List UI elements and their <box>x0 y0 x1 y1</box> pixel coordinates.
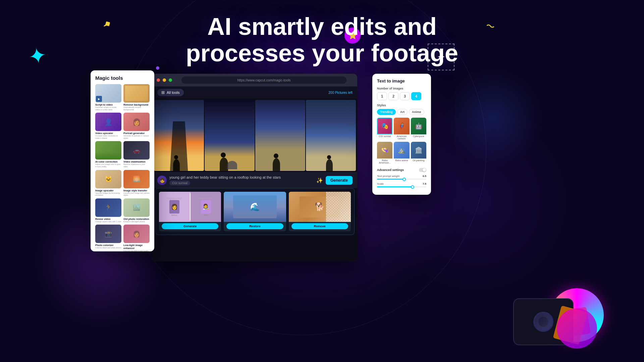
style-thumb-oil: 🏛️ <box>411 142 426 159</box>
bottom-card-restore[interactable]: 🌊 Restore <box>224 192 286 231</box>
browser-url-bar[interactable]: https://www.capcut.com/magic-tools <box>181 76 346 84</box>
generate-button[interactable]: Generate <box>326 176 353 185</box>
scale-row: Scale 7.5 <box>377 182 426 187</box>
tool-thumb-oil: 🏙️ <box>123 198 150 217</box>
style-tabs-row: Trending Art Anime <box>377 109 426 115</box>
tool-desc-oil: Enhance damaged photos <box>123 221 150 223</box>
tpw-track[interactable] <box>377 179 426 180</box>
tool-photo-colorize[interactable]: 📸 Photo colorizer Colorize black and whi… <box>95 225 121 251</box>
style-cgi[interactable]: 🎭 CGI surreal <box>377 118 392 140</box>
tool-name-lowlight: Low-light image enhancer <box>123 244 150 250</box>
scene-image-3 <box>255 100 305 171</box>
tool-img-upscaler[interactable]: 🐱 Image upscaler Upscale images by incre… <box>95 170 121 196</box>
tool-name-colorize: Photo colorizer <box>95 244 121 247</box>
tool-name-script: Script to video <box>95 103 121 106</box>
tool-video-upscaler[interactable]: 👤 Video upscaler Increase video resoluti… <box>95 113 121 139</box>
num-images-selector: 1 2 3 4 <box>377 92 426 100</box>
prompt-tag: CGI surreal <box>169 181 190 185</box>
tool-name-remove: Remove background <box>123 103 150 106</box>
advanced-toggle[interactable] <box>419 168 426 172</box>
tool-script-to-video[interactable]: ▶ Script to video Generate scripts to cr… <box>95 84 121 111</box>
restore-card-button[interactable]: Restore <box>226 223 283 229</box>
headline-section: AI smartly edits and processes your foot… <box>0 13 644 66</box>
scene-image-4 <box>306 100 356 171</box>
scale-value: 7.5 <box>423 182 426 185</box>
browser-toolbar: ⊞ All tools 200 Pictures left <box>153 86 357 99</box>
scale-label: Scale <box>377 182 384 185</box>
card-inner-generate: Original image 👩 Before AI generation 👩‍… <box>159 192 221 222</box>
wand-icon[interactable]: ✨ <box>316 177 323 184</box>
style-name-american: American cartoon <box>394 134 409 140</box>
tool-desc-upscaler: Increase video resolution to make it cle… <box>95 135 121 139</box>
tool-resize-video[interactable]: 🏃 Resize video Change aspect ratio with … <box>95 198 121 223</box>
tool-desc-remove: Automatically remove backgrounds <box>123 106 150 111</box>
tool-thumb-colorize: 📸 <box>95 225 121 243</box>
tti-title: Text to image <box>377 78 426 83</box>
color-wheel-deco <box>550 288 604 342</box>
tool-name-imgup: Image upscaler <box>95 189 121 192</box>
style-oil[interactable]: 🏛️ Oil painting <box>411 142 426 165</box>
generate-card-button[interactable]: Generate <box>162 223 218 229</box>
style-name-anime: Retro anime <box>394 159 409 162</box>
tool-desc-style: Convert your image into various styles <box>123 192 150 196</box>
tool-desc-imgup: Upscale images by increasing resolution <box>95 192 121 196</box>
tab-art[interactable]: Art <box>397 109 408 115</box>
tool-thumb-color <box>95 141 121 160</box>
tab-trending[interactable]: Trending <box>377 109 396 115</box>
num-btn-3[interactable]: 3 <box>400 92 410 100</box>
purple-dot <box>156 66 159 70</box>
prompt-bar: 👧 young girl and her teddy bear sitting … <box>153 172 357 188</box>
style-thumb-cgi: 🎭 <box>377 118 392 134</box>
tool-remove-bg[interactable]: Remove background Automatically remove b… <box>123 84 150 111</box>
tool-name-stab: Video stabilization <box>123 160 150 163</box>
browser-maximize-dot[interactable] <box>169 78 172 82</box>
text-prompt-weight-row: Text prompt weight 0.5 <box>377 175 426 180</box>
bottom-card-remove[interactable]: 🐕 Remove <box>289 192 351 231</box>
tpw-thumb <box>402 178 406 181</box>
browser-window: https://www.capcut.com/magic-tools ⊞ All… <box>153 74 357 261</box>
tpw-label-row: Text prompt weight 0.5 <box>377 175 426 178</box>
style-retro[interactable]: 👒 Retro American... <box>377 142 392 165</box>
remove-card-button[interactable]: Remove <box>291 223 348 229</box>
tool-style-transfer[interactable]: 🌅 Image style transfer Convert your imag… <box>123 170 150 196</box>
style-name-oil: Oil painting <box>411 159 426 162</box>
num-btn-1[interactable]: 1 <box>377 92 387 100</box>
text-to-image-panel: Text to image Number of images 1 2 3 4 S… <box>372 74 431 195</box>
scale-label-row: Scale 7.5 <box>377 182 426 185</box>
after-panel: AI generation 👩‍🎨 After <box>191 192 221 222</box>
style-cyberpunk[interactable]: 🤖 Cyberpunk <box>411 118 426 140</box>
tool-name-upscaler: Video upscaler <box>95 132 121 135</box>
before-panel: Original image 👩 Before <box>159 192 190 222</box>
tool-name-portrait: Portrait generator <box>123 132 150 135</box>
bottom-card-generate[interactable]: Original image 👩 Before AI generation 👩‍… <box>159 192 221 231</box>
tool-portrait-gen[interactable]: 👩 Portrait generator Generate AI portrai… <box>123 113 150 139</box>
tool-thumb-portrait: 👩 <box>123 113 150 131</box>
tool-photo-restore[interactable]: 🏙️ Old photo restoration Enhance damaged… <box>123 198 150 223</box>
tool-thumb-lowlight: 👩 <box>123 225 150 243</box>
image-grid <box>153 99 357 172</box>
scale-track[interactable] <box>377 186 426 187</box>
scale-fill <box>377 186 413 187</box>
styles-label: Styles <box>377 104 426 107</box>
tool-lowlight[interactable]: 👩 Low-light image enhancer Improve low-l… <box>123 225 150 251</box>
bottom-cards-section: Original image 👩 Before AI generation 👩‍… <box>155 188 355 235</box>
tool-ai-color[interactable]: AI color correction Adjust your image co… <box>95 141 121 168</box>
pictures-count: 200 <box>328 91 334 95</box>
tab-anime[interactable]: Anime <box>409 109 424 115</box>
style-american[interactable]: 🦸 American cartoon <box>394 118 409 140</box>
tool-name-resize: Resize video <box>95 218 121 221</box>
tool-thumb-style: 🌅 <box>123 170 150 188</box>
browser-close-dot[interactable] <box>157 78 160 82</box>
magic-tools-panel: Magic tools ▶ Script to video Generate s… <box>91 70 154 251</box>
style-name-retro: Retro American... <box>377 159 392 165</box>
num-btn-4[interactable]: 4 <box>411 92 421 100</box>
style-retro-anime[interactable]: ⛰️ Retro anime <box>394 142 409 165</box>
num-btn-2[interactable]: 2 <box>388 92 398 100</box>
scale-thumb <box>411 185 414 189</box>
tool-thumb-script: ▶ <box>95 84 121 103</box>
tool-desc-resize: Change aspect ratio with 1 click <box>95 221 121 223</box>
all-tools-button[interactable]: ⊞ All tools <box>157 89 184 96</box>
browser-minimize-dot[interactable] <box>163 78 166 82</box>
tool-desc-portrait: Generate AI portraits in various styles <box>123 135 150 139</box>
tool-video-stab[interactable]: 🚗 Video stabilization Remove shakiness i… <box>123 141 150 168</box>
